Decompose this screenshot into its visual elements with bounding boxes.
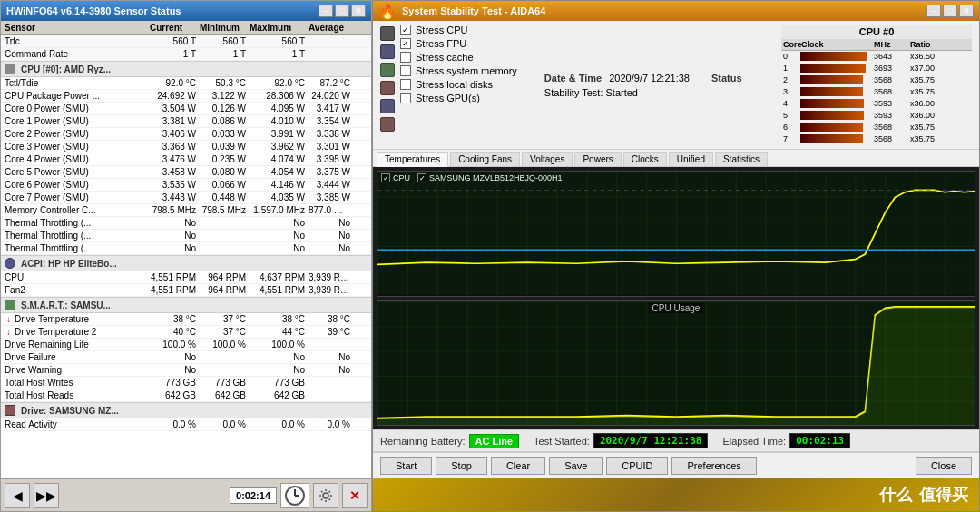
stress-fpu-item[interactable]: Stress FPU	[400, 38, 517, 49]
fan-icon	[5, 258, 15, 269]
temp-chart-svg	[377, 172, 975, 296]
table-row: Core 0 Power (SMU)3.504 W0.126 W4.095 W3…	[1, 103, 371, 115]
forward-button[interactable]: ▶▶	[34, 483, 59, 508]
legend-cpu-label: CPU	[393, 173, 410, 182]
svg-point-3	[323, 493, 328, 498]
watermark-bar: 什么 值得买	[373, 478, 979, 511]
col-core: Core	[781, 39, 799, 50]
hwinfo-maximize-button[interactable]: □	[335, 5, 349, 17]
col-mhz: MHz	[872, 39, 908, 50]
stress-options: Stress CPU Stress FPU Stress cache Stres…	[380, 25, 517, 145]
cpu-legend-checkbox[interactable]	[381, 173, 390, 182]
cpu-stress-icon	[380, 26, 395, 41]
tab-cooling-fans[interactable]: Cooling Fans	[450, 152, 520, 166]
table-row: Core 2 Power (SMU)3.406 W0.033 W3.991 W3…	[1, 128, 371, 141]
hwinfo-close-button[interactable]: ✕	[351, 5, 366, 17]
hwinfo-titlebar: HWiNFO64 v6.14-3980 Sensor Status ─ □ ✕	[1, 1, 371, 21]
cpu-core-row: 2 3568 x35.75	[781, 74, 972, 86]
battery-label: Remaining Battery:	[380, 436, 466, 447]
cpu-core-row: 1 3693 x37.00	[781, 63, 972, 74]
aida-window-controls[interactable]: ─ □ ✕	[926, 5, 974, 17]
aida-maximize-button[interactable]: □	[943, 5, 957, 17]
cpu-core-row: 3 3568 x35.75	[781, 86, 972, 98]
tab-statistics[interactable]: Statistics	[715, 152, 768, 166]
settings-button[interactable]	[313, 483, 338, 508]
col-current: Current	[148, 22, 198, 34]
stress-gpu-item[interactable]: Stress GPU(s)	[400, 93, 517, 103]
stress-mem-item[interactable]: Stress system memory	[400, 65, 517, 76]
battery-value: AC Line	[469, 434, 520, 448]
cpu-table-header: Core Clock MHz Ratio	[781, 39, 972, 51]
col-average: Average	[307, 22, 352, 34]
close-hwinfo-button[interactable]: ✕	[342, 483, 368, 508]
stress-cache-checkbox[interactable]	[400, 52, 411, 63]
stress-disk-checkbox[interactable]	[400, 79, 411, 90]
tab-powers[interactable]: Powers	[574, 152, 621, 166]
hwinfo-minimize-button[interactable]: ─	[318, 5, 333, 17]
aida-window: 🔥 System Stability Test - AIDA64 ─ □ ✕	[372, 0, 980, 512]
aida-statusbar: Remaining Battery: AC Line Test Started:…	[373, 429, 979, 452]
table-row: Core 7 Power (SMU)3.443 W0.448 W4.035 W3…	[1, 192, 371, 204]
stress-cpu-item[interactable]: Stress CPU	[400, 25, 517, 35]
sensor-list: Trfc 560 T 560 T 560 T Command Rate 1 T …	[1, 35, 371, 478]
group-header-drive: Drive: SAMSUNG MZ...	[1, 402, 371, 418]
stress-mem-checkbox[interactable]	[400, 65, 411, 76]
cpu-icon	[5, 64, 15, 74]
cpu-core-row: 5 3593 x36.00	[781, 110, 972, 122]
table-row: Core 1 Power (SMU)3.381 W0.086 W4.010 W3…	[1, 115, 371, 128]
preferences-button[interactable]: Preferences	[671, 457, 756, 475]
col-clock: Clock	[799, 39, 872, 50]
table-row: Drive FailureNoNoNo	[1, 351, 371, 364]
stress-fpu-label: Stress FPU	[416, 38, 466, 49]
close-aida-button[interactable]: Close	[916, 457, 972, 475]
table-row: CPU4,551 RPM964 RPM4,637 RPM3,939 RPM	[1, 271, 371, 284]
table-row: Memory Controller C...798.5 MHz798.5 MHz…	[1, 204, 371, 217]
tab-temperatures[interactable]: Temperatures	[377, 152, 448, 167]
back-button[interactable]: ◀	[5, 483, 30, 508]
stress-fpu-checkbox[interactable]	[400, 38, 411, 49]
table-row: Drive Remaining Life100.0 %100.0 %100.0 …	[1, 339, 371, 351]
table-row: Tctl/Tdie92.0 °C50.3 °C92.0 °C87.2 °C	[1, 77, 371, 90]
cpu-core-row: 0 3643 x36.50	[781, 51, 972, 63]
stress-gpu-checkbox[interactable]	[400, 93, 411, 103]
cpu-usage-chart: CPU Usage 100% 0% 100%	[377, 300, 975, 427]
table-row: ↓Drive Temperature 240 °C37 °C44 °C39 °C	[1, 326, 371, 339]
table-row: ↓Drive Temperature38 °C37 °C38 °C38 °C	[1, 313, 371, 326]
start-button[interactable]: Start	[380, 457, 432, 475]
cpuid-button[interactable]: CPUID	[606, 457, 668, 475]
legend-samsung-label: SAMSUNG MZVLB512HBJQ-000H1	[429, 173, 563, 182]
mem-stress-icon	[380, 81, 395, 95]
datetime-status-panel: Date & Time 2020/9/7 12:21:38 Status Sta…	[535, 25, 763, 145]
aida-tabs: Temperatures Cooling Fans Voltages Power…	[373, 150, 979, 167]
cpu-chart-svg	[377, 301, 975, 426]
table-row: Core 3 Power (SMU)3.363 W0.039 W3.962 W3…	[1, 141, 371, 153]
stress-mem-label: Stress system memory	[416, 65, 517, 76]
gpu-stress-icon	[380, 117, 395, 132]
test-start-label: Test Started:	[534, 436, 590, 447]
stress-cpu-label: Stress CPU	[416, 25, 467, 35]
tab-voltages[interactable]: Voltages	[522, 152, 573, 166]
table-row: Thermal Throttling (...NoNoNo	[1, 217, 371, 230]
hwinfo-window-controls[interactable]: ─ □ ✕	[318, 5, 366, 17]
tab-clocks[interactable]: Clocks	[623, 152, 667, 166]
table-row: Core 5 Power (SMU)3.458 W0.080 W4.054 W3…	[1, 166, 371, 179]
stress-disk-item[interactable]: Stress local disks	[400, 79, 517, 90]
stress-cpu-checkbox[interactable]	[400, 25, 411, 35]
stress-cache-item[interactable]: Stress cache	[400, 52, 517, 63]
cache-stress-icon	[380, 63, 395, 77]
save-button[interactable]: Save	[549, 457, 603, 475]
aida-minimize-button[interactable]: ─	[926, 5, 941, 17]
stop-button[interactable]: Stop	[436, 457, 487, 475]
datetime-label: Date & Time	[544, 73, 602, 84]
settings-icon	[318, 488, 333, 503]
drive-icon	[5, 405, 15, 416]
tab-unified[interactable]: Unified	[669, 152, 713, 166]
table-row: Core 6 Power (SMU)3.535 W0.066 W4.146 W3…	[1, 179, 371, 192]
fpu-stress-icon	[380, 44, 395, 59]
samsung-legend-checkbox[interactable]	[417, 173, 426, 182]
stress-disk-label: Stress local disks	[416, 79, 493, 90]
aida-close-button[interactable]: ✕	[959, 5, 974, 17]
clear-button[interactable]: Clear	[491, 457, 545, 475]
cpu-core-row: 4 3593 x36.00	[781, 98, 972, 110]
chart-legend: CPU SAMSUNG MZVLB512HBJQ-000H1	[381, 173, 563, 182]
